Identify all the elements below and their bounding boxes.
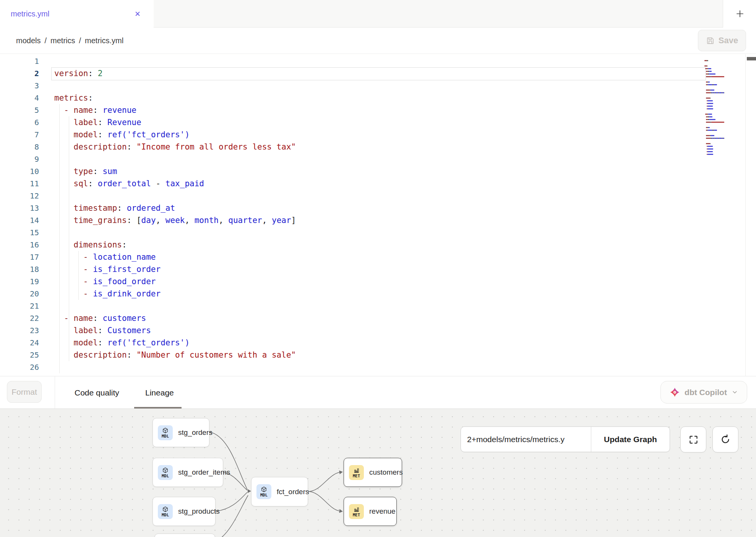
model-badge: MDL [256,484,271,499]
new-tab-button[interactable] [723,0,756,28]
line-number: 5 [34,104,39,116]
overview-ruler-cursor-mark [747,57,756,60]
code-line: - name: revenue [54,104,136,116]
minimap-line [704,135,714,136]
minimap-line [704,154,713,155]
minimap-line [704,60,708,61]
code-line: version: 2 [54,67,102,80]
dbt-copilot-button[interactable]: dbt Copilot [660,381,747,404]
minimap-line [704,114,712,115]
overview-ruler[interactable] [745,54,756,376]
code-line: dimensions: [54,239,127,251]
tab-metrics-yml[interactable]: metrics.yml ✕ [0,0,154,28]
dbt-copilot-logo-icon [670,387,680,397]
badge-label: MET [353,474,360,478]
minimap-line [704,116,712,117]
tab-lineage[interactable]: Lineage [145,376,174,409]
code-line: time_grains: [day, week, month, quarter,… [54,214,296,226]
line-number: 10 [30,165,39,177]
minimap[interactable] [704,57,745,272]
update-graph-button[interactable]: Update Graph [591,427,670,452]
update-graph-label: Update Graph [604,435,657,444]
line-number: 17 [30,251,39,263]
lineage-canvas[interactable]: MDLstg_ordersMDLstg_order_itemsMDLstg_pr… [0,408,756,537]
lineage-node-stg_products[interactable]: MDLstg_products [152,497,216,526]
minimap-line [704,84,717,85]
line-number: 8 [34,141,39,153]
line-number: 9 [34,153,39,165]
tab-bar: metrics.yml ✕ [0,0,756,28]
lineage-node-customers[interactable]: METcustomers [344,458,402,487]
lineage-node-offscreen_node[interactable] [154,534,215,537]
code-line: - is_drink_order [54,288,161,300]
tab-code-quality[interactable]: Code quality [75,376,119,409]
minimap-line [704,68,711,69]
tab-lineage-label: Lineage [145,388,174,397]
code-line: type: sum [54,165,117,177]
refresh-button[interactable] [712,426,738,452]
minimap-line [704,73,715,75]
badge-label: MDL [162,474,169,478]
minimap-line [704,100,713,101]
badge-label: MDL [162,513,169,517]
close-icon[interactable]: ✕ [132,8,143,19]
edge-offscreen_node-to-fct_orders [217,495,248,537]
code-line: - name: customers [54,312,146,324]
code-line: - location_name [54,251,156,263]
dbt-copilot-label: dbt Copilot [685,388,727,397]
line-number: 6 [34,116,39,129]
save-button[interactable]: Save [698,30,746,51]
lineage-selector-input[interactable] [461,427,591,452]
minimap-line [704,151,713,152]
metric-badge: MET [349,465,364,480]
bar-chart-icon [353,467,360,474]
minimap-line [704,98,711,99]
fullscreen-button[interactable] [680,426,706,452]
lineage-node-stg_order_items[interactable]: MDLstg_order_items [152,458,223,487]
indent-guide [78,251,79,300]
code-line: sql: order_total - tax_paid [54,177,204,190]
model-badge: MDL [158,465,173,480]
code-line: description: "Income from all orders les… [54,141,296,153]
dbt-ide-window: metrics.yml ✕ models / metrics / metrics… [0,0,756,537]
minimap-line [704,119,715,120]
plus-icon [735,9,745,19]
breadcrumb: models / metrics / metrics.yml [16,28,123,54]
line-number: 11 [30,177,39,190]
node-label: fct_orders [277,488,309,496]
code-line: metrics: [54,92,93,104]
lineage-node-stg_orders[interactable]: MDLstg_orders [152,418,209,447]
edge-fct_orders-to-customers [308,472,339,491]
code-editor[interactable]: 1234567891011121314151617181920212223242… [0,54,756,376]
save-icon [706,36,715,45]
minimap-line [704,148,713,150]
line-number: 1 [34,55,39,67]
breadcrumb-filename: metrics.yml [85,36,123,45]
cube-icon [162,467,169,474]
minimap-line [704,146,713,147]
line-number: 18 [30,263,39,275]
badge-label: MET [353,513,360,517]
line-number: 23 [30,324,39,337]
model-badge: MDL [158,425,173,440]
model-badge: MDL [158,504,173,519]
line-number: 12 [30,190,39,202]
tab-code-quality-label: Code quality [75,388,119,397]
minimap-line [704,65,707,67]
edge-arrowhead [248,489,251,493]
minimap-line [704,103,713,104]
minimap-line [704,130,717,131]
minimap-line [704,138,724,139]
lineage-node-fct_orders[interactable]: MDLfct_orders [251,477,308,506]
line-number: 15 [30,226,39,239]
lineage-node-revenue[interactable]: METrevenue [344,497,397,526]
node-label: customers [369,468,403,477]
line-number: 7 [34,129,39,141]
minimap-line [704,76,724,77]
line-number: 21 [30,300,39,312]
graph-controls: Update Graph [461,426,670,452]
line-number: 25 [30,349,39,361]
format-button[interactable]: Format [7,381,42,403]
node-label: stg_orders [178,428,213,437]
breadcrumb-separator: / [79,36,81,45]
